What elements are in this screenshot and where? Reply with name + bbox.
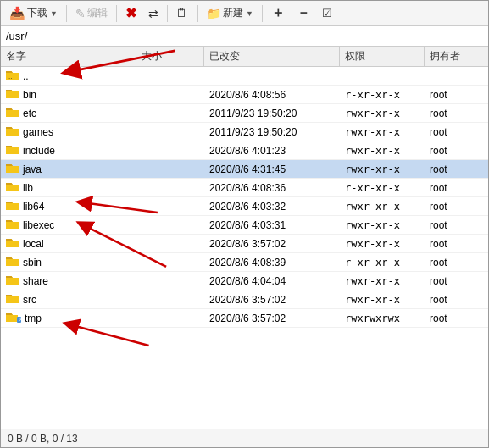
table-row[interactable]: games 2011/9/23 19:50:20 rwxr-xr-x root	[1, 123, 488, 141]
main-content: 名字 大小 已改变 权限 拥有者 .. ..	[1, 47, 488, 429]
minus-icon: －	[297, 4, 310, 22]
file-permissions: rwxr-xr-x	[345, 275, 400, 287]
file-panel: 名字 大小 已改变 权限 拥有者 .. ..	[1, 47, 488, 429]
file-size-cell	[136, 242, 204, 246]
file-permissions: rwxr-xr-x	[345, 145, 400, 157]
file-permissions: rwxr-xr-x	[345, 238, 400, 250]
file-size-cell	[136, 75, 204, 78]
delete-button[interactable]: ✖	[120, 3, 142, 24]
file-owner: root	[430, 201, 447, 213]
folder-icon: ↗	[6, 311, 21, 325]
svg-text:..: ..	[8, 73, 12, 80]
table-row[interactable]: ↗ tmp 2020/8/6 3:57:02 rwxrwxrwx root	[1, 309, 488, 328]
file-owner-cell: root	[425, 218, 488, 233]
separator-3	[167, 5, 168, 22]
file-modified: 2020/8/6 4:01:23	[209, 145, 286, 157]
file-modified-cell: 2011/9/23 19:50:20	[204, 106, 340, 121]
edit-button[interactable]: ✎ 编辑	[70, 3, 113, 24]
file-permissions-cell: rwxr-xr-x	[340, 292, 425, 307]
sync-button[interactable]: ☑	[317, 3, 337, 24]
table-row[interactable]: local 2020/8/6 3:57:02 rwxr-xr-x root	[1, 235, 488, 253]
table-row[interactable]: src 2020/8/6 3:57:02 rwxr-xr-x root	[1, 290, 488, 309]
file-name: libexec	[23, 219, 54, 231]
plus-button[interactable]: ＋	[266, 3, 290, 24]
file-owner: root	[430, 312, 447, 324]
table-row[interactable]: sbin 2020/8/6 4:08:39 r-xr-xr-x root	[1, 253, 488, 272]
file-modified-cell: 2020/8/6 4:01:23	[204, 143, 340, 158]
file-permissions-cell: rwxr-xr-x	[340, 236, 425, 252]
download-dropdown-arrow: ▼	[50, 9, 58, 18]
col-header-modified[interactable]: 已改变	[204, 47, 340, 66]
file-modified: 2020/8/6 3:57:02	[209, 238, 286, 250]
folder-icon	[6, 218, 19, 232]
file-owner-cell: root	[425, 87, 488, 102]
file-modified: 2020/8/6 4:08:56	[209, 89, 286, 101]
transfer-button[interactable]: ⇄	[143, 3, 164, 24]
file-owner: root	[430, 163, 447, 175]
file-owner: root	[430, 257, 447, 268]
table-row[interactable]: include 2020/8/6 4:01:23 rwxr-xr-x root	[1, 141, 488, 160]
file-permissions-cell	[340, 75, 425, 78]
file-owner-cell: root	[425, 236, 488, 252]
file-size-cell	[136, 317, 204, 320]
file-owner-cell: root	[425, 199, 488, 214]
file-permissions: rwxr-xr-x	[345, 294, 400, 306]
file-name: local	[23, 238, 44, 250]
folder-icon	[6, 292, 19, 307]
toolbar: 📥 下载 ▼ ✎ 编辑 ✖ ⇄ 🗒 📁 新建 ▼	[1, 1, 488, 26]
minus-button[interactable]: －	[292, 3, 315, 24]
file-size-cell	[136, 205, 204, 208]
table-row[interactable]: lib64 2020/8/6 4:03:32 rwxr-xr-x root	[1, 197, 488, 216]
new-button[interactable]: 📁 新建 ▼	[202, 3, 258, 24]
file-permissions: r-xr-xr-x	[345, 89, 400, 101]
col-header-owner[interactable]: 拥有者	[425, 47, 488, 66]
file-owner: root	[430, 182, 447, 194]
folder-icon	[6, 236, 19, 251]
table-row[interactable]: lib 2020/8/6 4:08:36 r-xr-xr-x root	[1, 179, 488, 197]
file-size-cell	[136, 149, 204, 152]
file-permissions: r-xr-xr-x	[345, 257, 400, 268]
edit-icon: ✎	[75, 7, 86, 20]
folder-icon	[6, 162, 19, 176]
download-button[interactable]: 📥 下载 ▼	[4, 3, 63, 24]
file-modified: 2020/8/6 4:04:04	[209, 275, 286, 287]
file-modified: 2020/8/6 4:31:45	[209, 163, 286, 175]
file-permissions-cell: rwxr-xr-x	[340, 199, 425, 214]
file-name: src	[23, 294, 36, 306]
file-modified: 2020/8/6 4:08:36	[209, 182, 286, 194]
address-text: /usr/	[6, 30, 27, 42]
file-owner: root	[430, 89, 447, 101]
file-permissions: rwxr-xr-x	[345, 126, 400, 138]
col-header-permissions[interactable]: 权限	[340, 47, 425, 66]
file-modified-cell: 2020/8/6 4:08:56	[204, 87, 340, 102]
file-name-cell: etc	[1, 104, 136, 122]
table-row[interactable]: etc 2011/9/23 19:50:20 rwxr-xr-x root	[1, 104, 488, 123]
file-permissions: rwxr-xr-x	[345, 108, 400, 119]
table-row[interactable]: .. ..	[1, 67, 488, 86]
file-name-cell: lib	[1, 179, 136, 196]
file-list[interactable]: .. .. bin 2020/8/6 4:08:56 r-x	[1, 67, 488, 429]
file-modified: 2020/8/6 4:08:39	[209, 257, 286, 268]
table-row[interactable]: share 2020/8/6 4:04:04 rwxr-xr-x root	[1, 272, 488, 290]
table-row[interactable]: java 2020/8/6 4:31:45 rwxr-xr-x root	[1, 160, 488, 179]
table-row[interactable]: libexec 2020/8/6 4:03:31 rwxr-xr-x root	[1, 216, 488, 235]
file-permissions-cell: rwxr-xr-x	[340, 274, 425, 289]
separator-1	[66, 5, 67, 22]
file-permissions-cell: r-xr-xr-x	[340, 255, 425, 270]
col-header-size[interactable]: 大小	[136, 47, 204, 66]
file-modified-cell: 2020/8/6 4:31:45	[204, 162, 340, 177]
file-name: etc	[23, 108, 36, 119]
file-owner: root	[430, 108, 447, 119]
file-owner-cell: root	[425, 124, 488, 140]
file-name-cell: share	[1, 272, 136, 290]
svg-text:↗: ↗	[18, 318, 21, 323]
separator-2	[116, 5, 117, 22]
file-owner: root	[430, 145, 447, 157]
main-window: 📥 下载 ▼ ✎ 编辑 ✖ ⇄ 🗒 📁 新建 ▼	[0, 0, 489, 448]
properties-button[interactable]: 🗒	[171, 3, 194, 24]
file-owner-cell: root	[425, 274, 488, 289]
table-row[interactable]: bin 2020/8/6 4:08:56 r-xr-xr-x root	[1, 86, 488, 104]
file-size-cell	[136, 298, 204, 301]
folder-icon	[6, 143, 19, 158]
col-header-name[interactable]: 名字	[1, 47, 136, 66]
